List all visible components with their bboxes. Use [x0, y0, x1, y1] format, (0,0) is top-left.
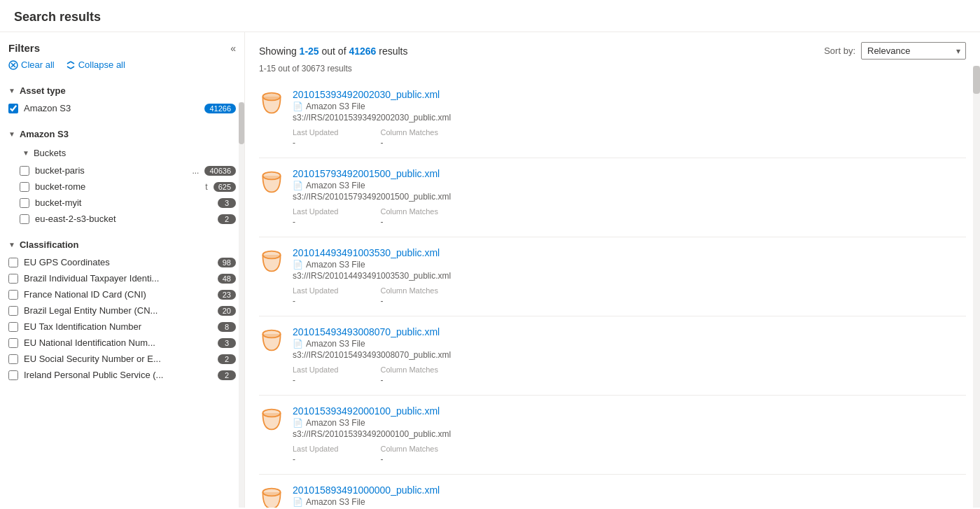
filter-actions: Clear all Collapse all — [0, 60, 244, 77]
classification-label-6: EU Social Security Number or E... — [24, 354, 212, 364]
bucket-myit-label: bucket-myit — [35, 197, 212, 208]
page-title: Search results — [0, 0, 980, 32]
sidebar: Filters « Clear all — [0, 32, 245, 508]
sidebar-scrollbar-track[interactable] — [239, 102, 244, 508]
classification-header[interactable]: ▼ Classification — [8, 235, 236, 254]
clear-all-button[interactable]: Clear all — [8, 60, 55, 70]
classification-checkbox-2[interactable] — [8, 290, 18, 300]
svg-point-9 — [262, 93, 280, 101]
asset-type-section: ▼ Asset type Amazon S3 41266 — [0, 77, 244, 120]
classification-label-1: Brazil Individual Taxpayer Identi... — [24, 273, 212, 284]
buckets-header[interactable]: ▼ Buckets — [20, 144, 236, 162]
showing-mid: out of — [319, 46, 349, 57]
classification-count-1: 48 — [218, 274, 236, 284]
column-matches-1: Column Matches - — [380, 207, 438, 227]
classification-item-0: EU GPS Coordinates 98 — [8, 254, 236, 270]
collapse-all-button2[interactable]: Collapse all — [66, 60, 125, 70]
showing-text: Showing 1-25 out of 41266 results — [259, 46, 408, 57]
result-type-4: 📄 Amazon S3 File — [293, 418, 966, 428]
result-details-2: 201014493491003530_public.xml 📄 Amazon S… — [293, 247, 966, 306]
sort-select[interactable]: Relevance Name Last Updated — [861, 42, 966, 60]
column-matches-4: Column Matches - — [380, 445, 438, 464]
bucket-myit-checkbox[interactable] — [20, 198, 29, 208]
result-item-2: 201014493491003530_public.xml 📄 Amazon S… — [259, 237, 966, 316]
classification-checkbox-0[interactable] — [8, 258, 18, 267]
main-scrollbar-thumb[interactable] — [973, 66, 980, 94]
bucket-item-eu-east: eu-east-2-s3-bucket 2 — [20, 211, 236, 227]
result-type-5: 📄 Amazon S3 File — [293, 497, 966, 507]
sort-label: Sort by: — [824, 46, 855, 56]
classification-label: Classification — [20, 239, 79, 250]
result-meta-1: Last Updated - Column Matches - — [293, 207, 966, 227]
bucket-paris-checkbox[interactable] — [20, 166, 29, 176]
showing-range: 1-25 — [300, 46, 319, 57]
classification-label-4: EU Tax Identification Number — [24, 321, 212, 332]
classification-item-2: France National ID Card (CNI) 23 — [8, 286, 236, 302]
amazon-s3-chevron: ▼ — [8, 130, 15, 138]
bucket-eu-east-label: eu-east-2-s3-bucket — [35, 214, 212, 224]
result-path-1: s3://IRS/201015793492001500_public.xml — [293, 192, 966, 202]
result-name-1[interactable]: 201015793492001500_public.xml — [293, 168, 440, 179]
result-name-3[interactable]: 201015493493008070_public.xml — [293, 326, 440, 337]
classification-checkbox-6[interactable] — [8, 354, 18, 364]
main-content: Showing 1-25 out of 41266 results Sort b… — [245, 32, 980, 508]
result-details-5: 201015893491000000_public.xml 📄 Amazon S… — [293, 484, 966, 508]
classification-checkbox-5[interactable] — [8, 338, 18, 348]
file-icon-1: 📄 — [293, 181, 303, 190]
main-scrollbar-track[interactable] — [973, 66, 980, 508]
file-icon-0: 📄 — [293, 102, 303, 111]
bucket-eu-east-count: 2 — [218, 214, 236, 224]
classification-count-6: 2 — [218, 354, 236, 364]
asset-type-checkbox-s3[interactable] — [8, 104, 18, 113]
s3-icon-4 — [259, 407, 284, 434]
file-icon-4: 📄 — [293, 418, 303, 428]
sidebar-scroll[interactable]: ▼ Asset type Amazon S3 41266 ▼ Amazon S3 — [0, 77, 244, 508]
result-type-0: 📄 Amazon S3 File — [293, 102, 966, 111]
result-type-1: 📄 Amazon S3 File — [293, 181, 966, 190]
classification-count-4: 8 — [218, 322, 236, 332]
results-header: Showing 1-25 out of 41266 results Sort b… — [245, 32, 980, 64]
result-name-5[interactable]: 201015893491000000_public.xml — [293, 484, 440, 496]
bucket-item-rome: bucket-rome t 625 — [20, 179, 236, 195]
classification-checkbox-7[interactable] — [8, 370, 18, 380]
file-icon-2: 📄 — [293, 260, 303, 270]
asset-type-header[interactable]: ▼ Asset type — [8, 81, 236, 100]
last-updated-1: Last Updated - — [293, 207, 338, 227]
result-name-2[interactable]: 201014493491003530_public.xml — [293, 247, 440, 258]
svg-line-5 — [67, 67, 71, 69]
classification-checkbox-1[interactable] — [8, 274, 18, 284]
result-meta-3: Last Updated - Column Matches - — [293, 365, 966, 385]
classification-item-4: EU Tax Identification Number 8 — [8, 319, 236, 335]
result-path-3: s3://IRS/201015493493008070_public.xml — [293, 350, 966, 360]
amazon-s3-header[interactable]: ▼ Amazon S3 — [8, 125, 236, 144]
classification-item-7: Ireland Personal Public Service (... 2 — [8, 367, 236, 383]
s3-icon-3 — [259, 328, 284, 355]
collapse-all-button[interactable]: « — [230, 43, 236, 54]
last-updated-0: Last Updated - — [293, 128, 338, 148]
sidebar-scrollbar-thumb[interactable] — [239, 102, 244, 144]
classification-checkbox-3[interactable] — [8, 306, 18, 316]
classification-count-7: 2 — [218, 370, 236, 380]
classification-count-2: 23 — [218, 290, 236, 300]
svg-line-4 — [71, 62, 74, 64]
s3-icon-2 — [259, 249, 284, 276]
sort-area: Sort by: Relevance Name Last Updated — [824, 42, 966, 60]
results-list: 201015393492002030_public.xml 📄 Amazon S… — [245, 79, 980, 508]
result-name-0[interactable]: 201015393492002030_public.xml — [293, 89, 440, 100]
buckets-chevron: ▼ — [22, 149, 29, 157]
collapse-all-label: Collapse all — [78, 60, 125, 70]
s3-icon-5 — [259, 486, 284, 508]
classification-label-2: France National ID Card (CNI) — [24, 289, 212, 300]
bucket-eu-east-checkbox[interactable] — [20, 214, 29, 224]
classification-checkbox-4[interactable] — [8, 322, 18, 332]
result-name-4[interactable]: 201015393492000100_public.xml — [293, 405, 440, 417]
clear-icon — [8, 60, 18, 70]
s3-icon-1 — [259, 169, 284, 197]
classification-item-5: EU National Identification Num... 3 — [8, 335, 236, 351]
bucket-paris-suffix: ... — [192, 166, 199, 176]
classification-count-5: 3 — [218, 338, 236, 348]
bucket-rome-label: bucket-rome — [35, 181, 200, 192]
svg-line-3 — [67, 62, 71, 64]
bucket-rome-checkbox[interactable] — [20, 182, 29, 192]
asset-type-s3-label: Amazon S3 — [24, 103, 199, 113]
